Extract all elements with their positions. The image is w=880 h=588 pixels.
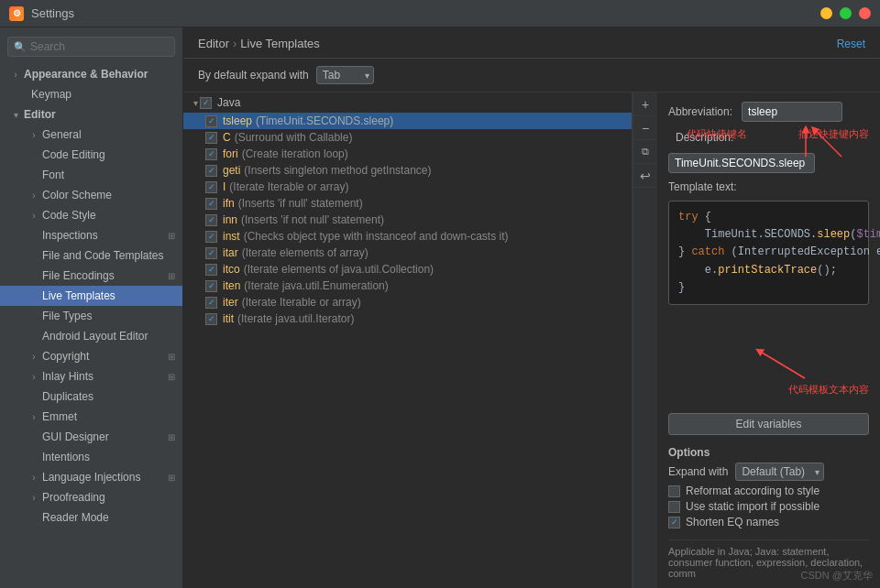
search-icon: 🔍 [14, 41, 27, 53]
reformat-checkbox[interactable] [668, 485, 680, 497]
template-checkbox-geti[interactable] [205, 165, 217, 177]
template-item-iter[interactable]: iter (Iterate Iterable or array) [183, 294, 632, 310]
desc-input[interactable] [668, 153, 815, 173]
undo-button[interactable]: ↩ [633, 164, 657, 188]
expand-row: By default expand with Tab Enter Space [183, 59, 880, 93]
sidebar-item-general[interactable]: General [0, 125, 182, 145]
sidebar-item-live-templates[interactable]: Live Templates [0, 286, 182, 306]
template-checkbox-inn[interactable] [205, 214, 217, 226]
template-item-itit[interactable]: itit (Iterate java.util.Iterator) [183, 310, 632, 327]
sidebar-item-copyright[interactable]: Copyright ⊞ [0, 346, 182, 366]
template-checkbox-C[interactable] [205, 132, 217, 144]
sidebar-item-emmet[interactable]: Emmet [0, 407, 182, 427]
template-item-inst[interactable]: inst (Checks object type with instanceof… [183, 228, 632, 245]
sidebar-item-gui-designer[interactable]: GUI Designer ⊞ [0, 427, 182, 447]
template-item-geti[interactable]: geti (Inserts singleton method getInstan… [183, 162, 632, 179]
copy-button[interactable]: ⧉ [633, 140, 657, 164]
template-abbr-ifn: ifn [223, 197, 235, 210]
template-item-C[interactable]: C (Surround with Callable) [183, 129, 632, 146]
template-checkbox-iter[interactable] [205, 297, 217, 309]
template-checkbox-inst[interactable] [205, 231, 217, 243]
close-button[interactable] [859, 7, 871, 19]
static-import-checkbox[interactable] [668, 501, 680, 513]
sidebar-item-file-templates[interactable]: File and Code Templates [0, 245, 182, 266]
search-input[interactable] [30, 40, 169, 53]
template-text-label-row: Template text: [668, 180, 869, 193]
template-checkbox-itco[interactable] [205, 264, 217, 276]
sidebar-item-file-encodings[interactable]: File Encodings ⊞ [0, 266, 182, 286]
template-checkbox-itar[interactable] [205, 247, 217, 259]
template-item-inn[interactable]: inn (Inserts 'if not null' statement) [183, 212, 632, 228]
sidebar-item-intentions[interactable]: Intentions [0, 447, 182, 467]
shorten-eq-checkbox[interactable] [668, 517, 680, 528]
expand-dropdown-wrapper[interactable]: Tab Enter Space [316, 66, 374, 84]
sidebar-item-proofreading[interactable]: Proofreading [0, 487, 182, 507]
template-checkbox-I[interactable] [205, 181, 217, 193]
sidebar-item-color-scheme[interactable]: Color Scheme [0, 185, 182, 205]
sidebar-item-reader-mode[interactable]: Reader Mode [0, 507, 182, 528]
minimize-button[interactable] [820, 7, 832, 19]
sidebar-item-inspections[interactable]: Inspections ⊞ [0, 225, 182, 245]
maximize-button[interactable] [840, 7, 852, 19]
template-item-itco[interactable]: itco (Iterate elements of java.util.Coll… [183, 261, 632, 278]
abbr-input[interactable] [742, 102, 842, 122]
sidebar-item-label: Code Editing [42, 148, 105, 161]
svg-line-1 [814, 129, 842, 157]
remove-button[interactable]: − [633, 116, 657, 140]
sidebar-item-code-style[interactable]: Code Style [0, 205, 182, 225]
template-item-I[interactable]: I (Iterate Iterable or array) [183, 179, 632, 195]
template-item-iten[interactable]: iten (Iterate java.util.Enumeration) [183, 278, 632, 294]
template-abbr-itit: itit [223, 312, 234, 325]
sidebar-item-android-layout[interactable]: Android Layout Editor [0, 326, 182, 346]
template-checkbox-iten[interactable] [205, 280, 217, 292]
copyright-badge: ⊞ [168, 352, 175, 362]
breadcrumb-parent: Editor [198, 37, 229, 50]
group-checkbox-java[interactable] [200, 97, 212, 109]
chevron-icon [29, 412, 38, 422]
sidebar-item-appearance[interactable]: Appearance & Behavior [0, 64, 182, 84]
template-checkbox-itit[interactable] [205, 313, 217, 325]
reformat-row[interactable]: Reformat according to style [668, 485, 869, 497]
template-item-ifn[interactable]: ifn (Inserts 'if null' statement) [183, 195, 632, 212]
breadcrumb-current: Live Templates [240, 37, 319, 50]
template-checkbox-tsleep[interactable] [205, 115, 217, 127]
sidebar-item-label: Inlay Hints [42, 370, 94, 383]
sidebar-item-font[interactable]: Font [0, 165, 182, 185]
add-button[interactable]: + [633, 93, 657, 116]
template-abbr-fori: fori [223, 147, 238, 160]
sidebar-item-label: File Encodings [42, 269, 115, 282]
sidebar-item-label: Duplicates [42, 390, 94, 403]
sidebar-item-label: Inspections [42, 229, 98, 242]
expand-with-dropdown[interactable]: Default (Tab) Tab Enter [735, 463, 824, 481]
expand-dropdown[interactable]: Tab Enter Space [316, 66, 374, 84]
template-item-tsleep[interactable]: tsleep (TimeUnit.SECONDS.sleep) [183, 113, 632, 129]
template-checkbox-ifn[interactable] [205, 198, 217, 210]
edit-variables-button[interactable]: Edit variables [668, 413, 869, 435]
template-desc-tsleep: (TimeUnit.SECONDS.sleep) [256, 114, 393, 127]
chevron-icon [29, 352, 38, 362]
chevron-icon [29, 493, 38, 503]
sidebar-item-label: Intentions [42, 451, 90, 463]
sidebar-item-duplicates[interactable]: Duplicates [0, 387, 182, 407]
sidebar: 🔍 Appearance & Behavior Keymap Editor Ge… [0, 27, 183, 588]
sidebar-item-editor[interactable]: Editor [0, 104, 182, 125]
sidebar-item-lang-injections[interactable]: Language Injections ⊞ [0, 467, 182, 487]
template-item-fori[interactable]: fori (Create iteration loop) [183, 146, 632, 162]
template-item-itar[interactable]: itar (Iterate elements of array) [183, 245, 632, 261]
sidebar-item-inlay-hints[interactable]: Inlay Hints ⊞ [0, 366, 182, 387]
sidebar-item-file-types[interactable]: File Types [0, 306, 182, 326]
encodings-badge: ⊞ [168, 271, 175, 281]
reset-button[interactable]: Reset [837, 38, 865, 50]
expand-with-dropdown-wrapper[interactable]: Default (Tab) Tab Enter [735, 463, 824, 481]
template-code-container: try { TimeUnit.SECONDS.sleep($time$); } … [668, 201, 869, 406]
group-header-java[interactable]: Java [183, 93, 632, 113]
sidebar-item-keymap[interactable]: Keymap [0, 84, 182, 104]
sidebar-item-label: Proofreading [42, 491, 105, 504]
search-box[interactable]: 🔍 [7, 37, 175, 57]
template-code-display: try { TimeUnit.SECONDS.sleep($time$); } … [668, 201, 869, 305]
shorten-eq-row[interactable]: Shorten EQ names [668, 516, 869, 528]
sidebar-item-code-editing[interactable]: Code Editing [0, 145, 182, 165]
window-title: Settings [31, 6, 74, 20]
template-checkbox-fori[interactable] [205, 148, 217, 160]
static-import-row[interactable]: Use static import if possible [668, 500, 869, 513]
